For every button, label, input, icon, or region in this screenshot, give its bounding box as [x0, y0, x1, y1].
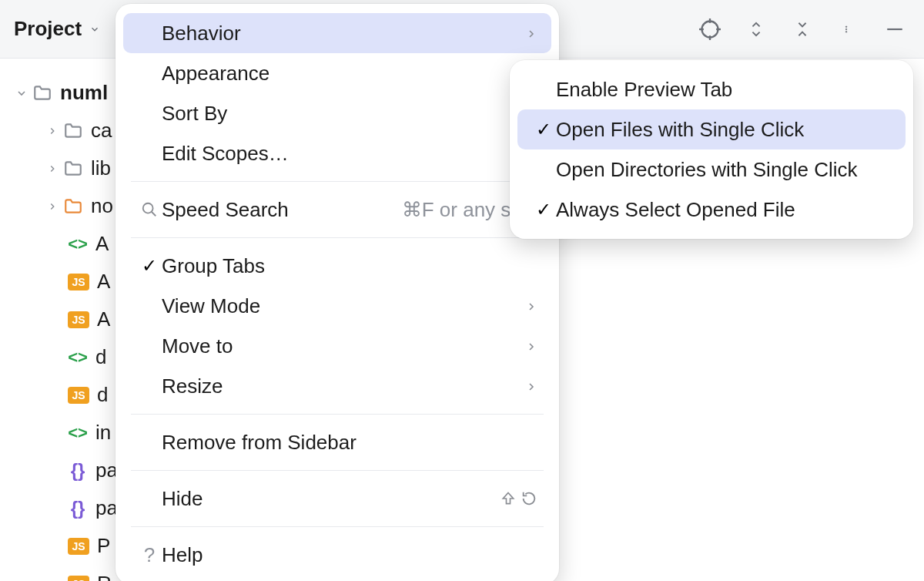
- menu-item-label: Enable Preview Tab: [556, 78, 732, 102]
- chevron-right-icon: [42, 163, 63, 174]
- collapse-all-icon[interactable]: [788, 15, 816, 43]
- tree-item-label: d: [97, 383, 108, 407]
- js-file-icon: JS: [68, 538, 89, 555]
- menu-item-label: Appearance: [162, 62, 270, 86]
- search-icon: [137, 201, 162, 218]
- locate-icon[interactable]: [696, 15, 724, 43]
- folder-icon: [63, 159, 83, 179]
- minimize-icon[interactable]: [881, 15, 909, 43]
- menu-item-label: Help: [162, 543, 203, 567]
- js-file-icon: JS: [68, 576, 89, 582]
- tree-root-label: numl: [60, 81, 108, 105]
- checkmark-icon: ✓: [531, 199, 556, 220]
- menu-item-appearance[interactable]: Appearance: [123, 53, 551, 93]
- js-file-icon: JS: [68, 311, 89, 328]
- tree-item-label: A: [97, 270, 110, 294]
- menu-separator: [131, 237, 544, 238]
- chevron-right-icon: [42, 201, 63, 212]
- menu-item-label: Speed Search: [162, 198, 289, 222]
- chevron-right-icon: [525, 294, 537, 318]
- js-file-icon: JS: [68, 387, 89, 404]
- toolbar-actions: [696, 15, 909, 43]
- menu-item-enable-preview-tab[interactable]: Enable Preview Tab: [517, 69, 906, 109]
- svg-point-0: [702, 21, 718, 37]
- tree-item-label: P: [97, 534, 110, 558]
- menu-item-label: Resize: [162, 374, 223, 398]
- menu-item-label: Behavior: [162, 22, 241, 45]
- menu-item-remove-from-sidebar[interactable]: Remove from Sidebar: [123, 422, 551, 462]
- menu-item-behavior[interactable]: Behavior: [123, 13, 551, 53]
- svg-point-7: [845, 31, 847, 32]
- menu-item-label: Open Directories with Single Click: [556, 158, 858, 182]
- checkmark-icon: ✓: [137, 255, 162, 277]
- menu-item-label: Sort By: [162, 102, 227, 126]
- menu-item-label: Move to: [162, 334, 233, 358]
- menu-separator: [131, 414, 544, 415]
- tool-window-title[interactable]: Project: [14, 17, 100, 41]
- menu-item-label: Group Tabs: [162, 254, 265, 278]
- svg-point-9: [143, 203, 153, 213]
- menu-item-label: Hide: [162, 487, 203, 511]
- menu-item-group-tabs[interactable]: ✓ Group Tabs: [123, 246, 551, 286]
- chevron-right-icon: [42, 126, 63, 136]
- tree-item-label: pa: [95, 458, 118, 482]
- json-file-icon: {}: [68, 461, 88, 481]
- chevron-right-icon: [525, 334, 537, 358]
- escape-icon: [521, 490, 537, 507]
- tree-item-label: in: [95, 421, 111, 445]
- chevron-down-icon: [89, 24, 100, 35]
- behavior-submenu: Enable Preview Tab ✓ Open Files with Sin…: [510, 60, 913, 239]
- menu-item-view-mode[interactable]: View Mode: [123, 286, 551, 326]
- menu-item-label: View Mode: [162, 294, 260, 318]
- shortcut-hint: [500, 490, 537, 507]
- menu-separator: [131, 526, 544, 527]
- tree-item-label: lib: [91, 156, 111, 180]
- json-file-icon: {}: [68, 499, 88, 519]
- menu-item-hide[interactable]: Hide: [123, 479, 551, 519]
- tree-item-label: d: [95, 345, 106, 369]
- menu-item-open-files-single-click[interactable]: ✓ Open Files with Single Click: [517, 109, 906, 149]
- tree-item-label: A: [95, 232, 109, 256]
- menu-item-label: Open Files with Single Click: [556, 118, 804, 142]
- tree-item-label: pa: [95, 496, 118, 520]
- html-file-icon: <>: [68, 348, 88, 368]
- menu-item-label: Remove from Sidebar: [162, 431, 357, 455]
- tree-item-label: ca: [91, 119, 112, 143]
- tree-item-label: no: [91, 194, 113, 218]
- checkmark-icon: ✓: [531, 119, 556, 140]
- folder-icon: [63, 196, 83, 217]
- svg-point-5: [845, 25, 847, 27]
- chevron-right-icon: [525, 374, 537, 398]
- menu-separator: [131, 181, 544, 182]
- folder-icon: [63, 121, 83, 141]
- toolwindow-options-menu: Behavior Appearance Sort By Edit Scopes……: [116, 4, 559, 581]
- expand-collapse-icon[interactable]: [742, 15, 770, 43]
- more-options-icon[interactable]: [835, 15, 862, 43]
- tree-item-label: A: [97, 307, 110, 331]
- menu-item-open-dirs-single-click[interactable]: Open Directories with Single Click: [517, 149, 906, 190]
- help-icon: ?: [137, 543, 162, 567]
- menu-item-always-select-opened-file[interactable]: ✓ Always Select Opened File: [517, 190, 906, 230]
- chevron-right-icon: [525, 22, 537, 45]
- js-file-icon: JS: [68, 274, 89, 290]
- html-file-icon: <>: [68, 423, 88, 443]
- menu-item-resize[interactable]: Resize: [123, 366, 551, 406]
- html-file-icon: <>: [68, 234, 88, 254]
- svg-line-10: [152, 212, 156, 217]
- menu-item-sort-by[interactable]: Sort By: [123, 93, 551, 133]
- menu-item-speed-search[interactable]: Speed Search ⌘F or any sym: [123, 190, 551, 230]
- chevron-down-icon: [11, 87, 32, 99]
- shift-icon: [500, 491, 516, 506]
- menu-item-help[interactable]: ? Help: [123, 535, 551, 575]
- menu-item-edit-scopes[interactable]: Edit Scopes…: [123, 133, 551, 173]
- menu-item-label: Edit Scopes…: [162, 142, 289, 166]
- folder-icon: [32, 83, 52, 103]
- menu-item-move-to[interactable]: Move to: [123, 326, 551, 366]
- menu-item-label: Always Select Opened File: [556, 198, 795, 222]
- svg-point-6: [845, 29, 847, 30]
- menu-separator: [131, 470, 544, 471]
- tree-item-label: R: [97, 572, 112, 581]
- tool-window-title-label: Project: [14, 17, 82, 41]
